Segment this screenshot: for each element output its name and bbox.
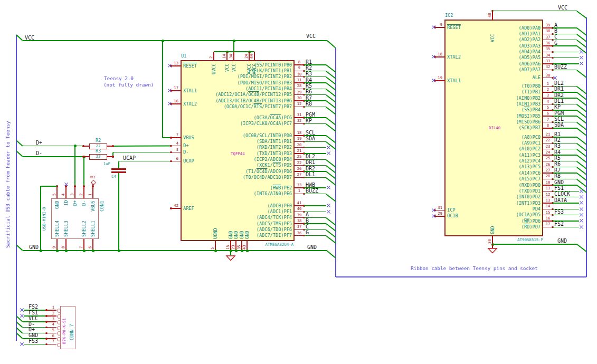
net-label-D-[interactable]: D- <box>29 322 35 327</box>
net-label-SCL[interactable]: SCL <box>554 117 564 122</box>
wire[interactable] <box>553 227 579 228</box>
net-label-R1[interactable]: R1 <box>306 60 312 65</box>
net-label-D+[interactable]: D+ <box>29 327 35 332</box>
net-label-D+[interactable]: D+ <box>36 140 42 146</box>
net-label-VCC[interactable]: VCC <box>29 316 38 321</box>
conn7-value[interactable]: B7K-PH-K-S1 <box>62 318 66 344</box>
wire[interactable] <box>83 157 84 186</box>
note-teensy-line1[interactable]: Teensy 2.0 <box>104 76 134 81</box>
net-label-VCC[interactable]: VCC <box>25 35 34 41</box>
net-label-VCC[interactable]: VCC <box>306 34 316 39</box>
resistor-value[interactable]: 22 <box>96 155 101 158</box>
wire[interactable] <box>40 186 41 251</box>
net-label-FS1[interactable]: FS1 <box>29 310 38 315</box>
resistor-value[interactable]: 22 <box>96 144 101 148</box>
wire[interactable] <box>553 215 579 216</box>
wire[interactable] <box>119 161 171 162</box>
net-label-FS2[interactable]: FS2 <box>29 304 38 310</box>
note-teensy-line2[interactable]: (not fully drawn) <box>103 82 154 87</box>
wire[interactable] <box>327 40 336 48</box>
net-label-VCC[interactable]: VCC <box>558 5 567 11</box>
net-label-DR1[interactable]: DR1 <box>554 87 564 92</box>
net-label-KP[interactable]: KP <box>306 118 312 123</box>
wire[interactable] <box>113 146 171 147</box>
wire[interactable] <box>233 41 234 52</box>
net-label-SDA[interactable]: SDA <box>554 122 564 128</box>
net-label-G[interactable]: G <box>554 41 557 46</box>
wire[interactable] <box>16 244 23 251</box>
wire[interactable] <box>24 344 46 345</box>
net-label-R7[interactable]: R7 <box>306 95 312 101</box>
net-label-R2[interactable]: R2 <box>554 138 561 143</box>
net-label-R3[interactable]: R3 <box>306 71 312 76</box>
net-label-R8[interactable]: R8 <box>554 174 561 179</box>
net-label-R8[interactable]: R8 <box>306 101 312 107</box>
bus-line[interactable] <box>586 17 587 277</box>
net-label-R2[interactable]: R2 <box>306 65 312 71</box>
net-label-DR1[interactable]: DR1 <box>306 160 315 165</box>
net-label-DL1[interactable]: DL1 <box>554 99 564 104</box>
net-label-DL2[interactable]: DL2 <box>306 154 315 159</box>
u1-reference[interactable]: U1 <box>181 54 186 59</box>
wire[interactable] <box>577 70 587 78</box>
net-label-R6[interactable]: R6 <box>306 89 312 94</box>
net-label-R4[interactable]: R4 <box>554 150 561 155</box>
wire[interactable] <box>74 146 75 187</box>
wire[interactable] <box>23 40 327 41</box>
wire[interactable] <box>162 41 163 138</box>
resistor-ref[interactable]: R2 <box>96 138 101 143</box>
net-label-A[interactable]: A <box>554 23 557 28</box>
wire[interactable] <box>304 194 326 195</box>
wire[interactable] <box>492 244 577 245</box>
bus-line[interactable] <box>16 35 17 341</box>
net-label-R7[interactable]: R7 <box>554 168 561 173</box>
net-label-B[interactable]: B <box>306 218 309 224</box>
net-label-BUZZ[interactable]: BUZZ <box>554 64 567 70</box>
net-label-FS3[interactable]: FS3 <box>29 339 38 344</box>
net-label-CLOCK[interactable]: CLOCK <box>554 191 570 197</box>
wire[interactable] <box>304 177 326 178</box>
wire[interactable] <box>553 45 577 46</box>
u1-footprint[interactable]: TQFP44 <box>231 152 245 156</box>
net-label-C[interactable]: C <box>306 224 309 229</box>
net-label-DL2[interactable]: DL2 <box>554 81 564 86</box>
net-label-DR2[interactable]: DR2 <box>306 166 315 171</box>
ic2-reference[interactable]: IC2 <box>445 13 453 18</box>
conn7-reference[interactable]: CONN_7 <box>70 324 74 340</box>
ic2-footprint[interactable]: DIL40 <box>489 126 500 130</box>
wire[interactable] <box>118 173 119 251</box>
capacitor-ref[interactable]: C4 <box>111 175 116 178</box>
net-label-R4[interactable]: R4 <box>306 78 312 83</box>
net-label-GND[interactable]: GND <box>307 245 317 250</box>
wire[interactable] <box>577 11 587 18</box>
wire[interactable] <box>16 34 23 41</box>
wire[interactable] <box>553 203 579 204</box>
wire[interactable] <box>553 52 579 53</box>
wire[interactable] <box>304 107 326 108</box>
net-label-D-[interactable]: D- <box>36 151 42 156</box>
wire[interactable] <box>16 150 23 157</box>
net-label-FS2[interactable]: FS2 <box>554 222 564 227</box>
net-label-R6[interactable]: R6 <box>554 161 561 167</box>
net-label-FS3[interactable]: FS3 <box>554 209 564 215</box>
bus-line[interactable] <box>336 276 586 277</box>
net-label-FS1[interactable]: FS1 <box>554 186 564 191</box>
wire[interactable] <box>113 152 171 153</box>
net-label-R5[interactable]: R5 <box>306 83 312 89</box>
net-label-SCL[interactable]: SCL <box>306 130 315 136</box>
wire[interactable] <box>326 250 336 258</box>
wire[interactable] <box>304 205 326 206</box>
net-label-KP[interactable]: KP <box>554 104 561 110</box>
net-label-PGM[interactable]: PGM <box>306 112 315 118</box>
net-label-R1[interactable]: R1 <box>554 132 561 137</box>
wire[interactable] <box>553 70 577 71</box>
net-label-DR2[interactable]: DR2 <box>554 93 564 98</box>
wire[interactable] <box>41 186 57 187</box>
net-label-UCAP[interactable]: UCAP <box>123 156 136 161</box>
con1-value[interactable]: USB-MINI-B <box>42 207 46 231</box>
wire[interactable] <box>304 141 326 142</box>
net-label-C[interactable]: C <box>554 34 557 40</box>
wire[interactable] <box>326 194 336 202</box>
resistor-ref[interactable]: R3 <box>96 149 101 154</box>
capacitor-value[interactable]: 1uF <box>103 162 110 166</box>
